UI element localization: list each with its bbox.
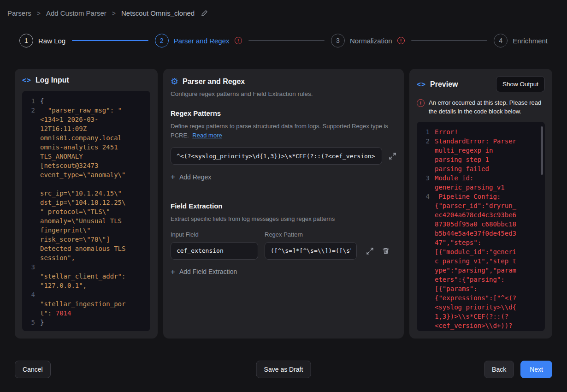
error-icon: !	[417, 99, 425, 107]
step-label: Enrichment	[513, 37, 548, 45]
step-label: Raw Log	[38, 37, 65, 45]
step-error-icon: !	[235, 37, 242, 44]
input-field-column: Input Field	[171, 231, 258, 260]
preview-header: <> Preview Show Output	[417, 76, 545, 92]
code-line: 4 "stellar_ingestion_port": 7014	[28, 290, 148, 318]
regex-pattern-label: Regex Pattern	[265, 231, 357, 238]
breadcrumb-item-parser-name[interactable]: Netscout Omnis_cloned	[121, 9, 195, 17]
code-line: 5}	[28, 318, 148, 327]
step-number: 3	[331, 34, 345, 48]
expand-icon[interactable]	[366, 247, 374, 255]
line-number: 2	[422, 137, 430, 173]
step-number: 2	[155, 34, 169, 48]
code-line: 1Error!	[422, 127, 542, 137]
line-number: 5	[28, 318, 35, 327]
expand-icon[interactable]	[389, 152, 396, 160]
step-error-icon: !	[397, 37, 405, 44]
step-label: Parser and Regex	[174, 37, 230, 45]
show-output-button[interactable]: Show Output	[496, 76, 545, 92]
field-extraction-heading: Field Extraction	[171, 202, 396, 210]
save-as-draft-button[interactable]: Save as Draft	[256, 361, 311, 378]
add-regex-button[interactable]: + Add Regex	[171, 173, 211, 181]
plus-icon: +	[171, 268, 175, 276]
code-brackets-icon: <>	[22, 76, 31, 84]
main-content: <> Log Input 1{2 "parser_raw_msg": "<134…	[15, 69, 552, 339]
stepper: 1 Raw Log 2 Parser and Regex ! 3 Normali…	[19, 34, 548, 48]
regex-pattern-row	[171, 147, 396, 165]
cancel-button[interactable]: Cancel	[15, 361, 51, 378]
edit-icon[interactable]	[201, 10, 208, 17]
scrollbar-thumb[interactable]	[541, 126, 543, 175]
trash-icon[interactable]	[382, 247, 390, 255]
step-normalization[interactable]: 3 Normalization !	[331, 34, 405, 48]
input-field-label: Input Field	[171, 231, 258, 238]
panel-subtitle: Configure regex patterns and Field Extra…	[171, 90, 396, 97]
code-line: 4 Pipeline Config: {"parser_id":"dryrun_…	[422, 192, 542, 331]
parser-regex-header: ⚙ Parser and Regex	[171, 77, 396, 86]
line-number: 1	[28, 96, 35, 106]
read-more-link[interactable]: Read more	[192, 132, 222, 139]
breadcrumb-item-parsers[interactable]: Parsers	[7, 9, 31, 17]
field-regex-input[interactable]	[265, 242, 357, 260]
panel-title: Log Input	[35, 76, 69, 84]
line-number: 4	[28, 290, 35, 318]
step-enrichment[interactable]: 4 Enrichment	[494, 34, 548, 48]
step-connector	[248, 40, 325, 41]
add-regex-label: Add Regex	[179, 173, 211, 181]
breadcrumb-separator: >	[112, 10, 116, 17]
step-connector	[72, 40, 148, 41]
add-field-extraction-button[interactable]: + Add Field Extraction	[171, 268, 237, 276]
breadcrumb: Parsers > Add Custom Parser > Netscout O…	[0, 0, 567, 17]
preview-error-message: ! An error occurred at this step. Please…	[417, 99, 545, 116]
regex-patterns-heading: Regex Patterns	[171, 109, 396, 117]
code-line: 2 "parser_raw_msg": "<134>1 2026-03-12T1…	[28, 106, 148, 262]
breadcrumb-item-add-custom-parser[interactable]: Add Custom Parser	[46, 9, 106, 17]
preview-code-wrap: 1Error!2StandardError: Parser multi_rege…	[417, 122, 545, 331]
log-input-editor[interactable]: 1{2 "parser_raw_msg": "<134>1 2026-03-12…	[22, 91, 150, 331]
code-line: 3 "stellar_client_addr": "127.0.0.1",	[28, 262, 148, 290]
gear-icon: ⚙	[171, 77, 178, 86]
plus-icon: +	[171, 173, 175, 181]
input-field-input[interactable]	[171, 242, 258, 260]
code-brackets-icon: <>	[417, 80, 426, 89]
back-button[interactable]: Back	[484, 361, 514, 378]
step-number: 4	[494, 34, 508, 48]
line-number: 4	[422, 192, 430, 331]
preview-panel: <> Preview Show Output ! An error occurr…	[409, 69, 552, 339]
breadcrumb-separator: >	[37, 10, 41, 17]
preview-error-output[interactable]: 1Error!2StandardError: Parser multi_rege…	[417, 122, 545, 331]
step-number: 1	[19, 34, 33, 48]
step-connector	[411, 40, 487, 41]
regex-pattern-column: Regex Pattern	[265, 231, 357, 260]
preview-title-group: <> Preview	[417, 80, 458, 89]
line-number: 1	[422, 127, 430, 137]
step-parser-and-regex[interactable]: 2 Parser and Regex !	[155, 34, 242, 48]
line-number: 3	[28, 262, 35, 290]
step-label: Normalization	[350, 37, 392, 45]
footer: Cancel Save as Draft Back Next	[15, 361, 552, 378]
panel-title: Preview	[430, 80, 458, 89]
field-extraction-description: Extract specific fields from log message…	[171, 214, 396, 224]
code-line: 2StandardError: Parser multi_regexp in p…	[422, 137, 542, 173]
footer-right-actions: Back Next	[484, 361, 552, 378]
error-text: An error occurred at this step. Please r…	[429, 99, 545, 116]
field-extraction-actions	[366, 247, 390, 255]
log-input-panel: <> Log Input 1{2 "parser_raw_msg": "<134…	[15, 69, 158, 339]
parser-regex-panel: ⚙ Parser and Regex Configure regex patte…	[163, 69, 404, 339]
log-input-header: <> Log Input	[22, 76, 150, 84]
field-extraction-row: Input Field Regex Pattern	[171, 231, 396, 260]
code-line: 3Module id: generic_parsing_v1	[422, 173, 542, 192]
code-line: 1{	[28, 96, 148, 106]
line-number: 2	[28, 106, 35, 262]
line-number: 3	[422, 173, 430, 192]
add-field-extraction-label: Add Field Extraction	[179, 268, 237, 275]
step-raw-log[interactable]: 1 Raw Log	[19, 34, 65, 48]
next-button[interactable]: Next	[520, 361, 552, 378]
regex-pattern-input[interactable]	[171, 147, 382, 165]
regex-patterns-description: Define regex patterns to parse structure…	[171, 122, 396, 140]
panel-title: Parser and Regex	[183, 77, 245, 86]
